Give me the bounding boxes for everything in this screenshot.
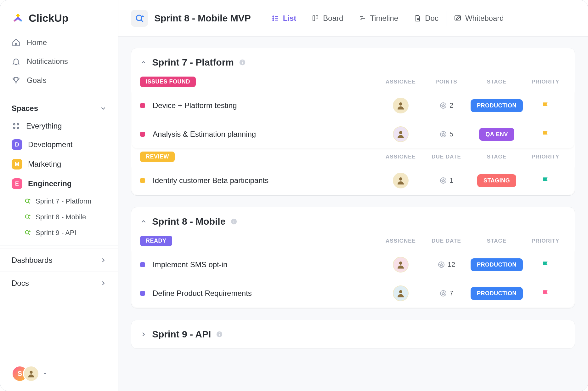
- svg-point-37: [399, 290, 402, 293]
- chevron-right-icon: [100, 280, 107, 287]
- assignee-avatar[interactable]: [393, 98, 409, 113]
- task-row[interactable]: Identify customer Beta participants1STAG…: [132, 166, 574, 195]
- priority-flag[interactable]: [525, 130, 566, 138]
- svg-point-28: [399, 131, 402, 134]
- timeline-icon: [359, 14, 366, 22]
- points-value[interactable]: 2: [439, 101, 453, 110]
- spaces-header[interactable]: Spaces: [0, 96, 118, 117]
- svg-point-0: [14, 124, 15, 125]
- priority-flag[interactable]: [525, 261, 566, 269]
- task-title: Identify customer Beta participants: [153, 176, 377, 185]
- svg-point-3: [17, 127, 19, 129]
- assignee-avatar[interactable]: [393, 257, 409, 273]
- space-label: Marketing: [28, 160, 61, 169]
- sprint-icon: [24, 214, 31, 221]
- task-status-dot: [140, 178, 145, 183]
- space-label: Engineering: [28, 179, 72, 188]
- sprint-nav-label: Sprint 8 - Mobile: [36, 213, 86, 221]
- space-item-development[interactable]: DDevelopment: [0, 135, 118, 154]
- stage-badge[interactable]: PRODUCTION: [471, 287, 523, 300]
- view-tab-doc[interactable]: Doc: [406, 11, 446, 26]
- priority-flag[interactable]: [525, 101, 566, 110]
- view-tab-board[interactable]: Board: [304, 11, 351, 26]
- view-tab-list[interactable]: List: [264, 11, 304, 26]
- page-title: Sprint 8 - Mobile MVP: [154, 13, 251, 24]
- task-row[interactable]: Analysis & Estimation planning5QA ENV: [132, 120, 574, 148]
- assignee-avatar[interactable]: [393, 285, 409, 301]
- view-tab-list-label: List: [283, 14, 297, 23]
- chevron-up-icon[interactable]: [140, 218, 147, 225]
- flag-icon: [541, 176, 550, 185]
- task-status-dot: [140, 291, 145, 296]
- space-everything[interactable]: Everything: [0, 117, 118, 135]
- view-tab-whiteboard[interactable]: Whiteboard: [446, 11, 512, 26]
- col-priority: PRIORITY: [525, 79, 566, 85]
- col-second: POINTS: [424, 79, 468, 85]
- stage-badge[interactable]: PRODUCTION: [471, 258, 523, 271]
- space-item-engineering[interactable]: EEngineering: [0, 174, 118, 193]
- col-stage: STAGE: [468, 154, 525, 160]
- svg-point-9: [273, 16, 274, 17]
- view-tab-timeline[interactable]: Timeline: [351, 11, 406, 26]
- space-badge: M: [12, 159, 22, 170]
- svg-rect-15: [313, 16, 315, 21]
- nav-home-label: Home: [27, 38, 47, 47]
- stage-badge[interactable]: STAGING: [477, 174, 516, 187]
- info-icon[interactable]: [230, 218, 237, 225]
- space-item-marketing[interactable]: MMarketing: [0, 154, 118, 174]
- assignee-avatar[interactable]: [393, 173, 409, 188]
- sprint-title: Sprint 7 - Platform: [152, 57, 234, 68]
- chevron-right-icon[interactable]: [140, 331, 147, 338]
- chevron-right-icon: [100, 257, 107, 264]
- chevron-up-icon[interactable]: [140, 59, 147, 66]
- view-tab-board-label: Board: [323, 14, 343, 23]
- bell-icon: [12, 57, 20, 66]
- svg-point-41: [219, 332, 220, 333]
- sprint-card-collapsed[interactable]: Sprint 9 - API: [131, 320, 575, 349]
- sidebar-dashboards[interactable]: Dashboards: [0, 249, 118, 272]
- space-everything-label: Everything: [26, 122, 62, 130]
- col-stage: STAGE: [468, 79, 525, 85]
- sprint-nav-item[interactable]: Sprint 9 - API: [24, 225, 118, 241]
- nav-notifications[interactable]: Notifications: [9, 52, 109, 71]
- sidebar-docs-label: Docs: [12, 279, 29, 288]
- status-pill[interactable]: READY: [140, 236, 172, 246]
- sprint-icon-box[interactable]: [131, 10, 148, 27]
- sidebar-docs[interactable]: Docs: [0, 272, 118, 295]
- brand-logo[interactable]: ClickUp: [0, 0, 118, 33]
- priority-flag[interactable]: [525, 289, 566, 297]
- user-menu[interactable]: S: [0, 357, 118, 391]
- info-icon[interactable]: [239, 59, 246, 66]
- svg-point-8: [136, 15, 142, 21]
- svg-point-13: [273, 20, 274, 21]
- task-row[interactable]: Define Product Requirements7PRODUCTION: [132, 279, 574, 308]
- task-row[interactable]: Device + Platform testing2PRODUCTION: [132, 91, 574, 120]
- caret-down-icon: [42, 371, 48, 376]
- sprint-nav-label: Sprint 9 - API: [36, 229, 76, 237]
- svg-rect-24: [242, 62, 243, 64]
- points-value[interactable]: 7: [439, 289, 453, 297]
- info-icon[interactable]: [216, 331, 223, 338]
- sprint-nav-item[interactable]: Sprint 8 - Mobile: [24, 209, 118, 225]
- nav-goals[interactable]: Goals: [9, 71, 109, 90]
- svg-point-7: [30, 371, 32, 374]
- group-header: ISSUES FOUNDASSIGNEEPOINTSSTAGEPRIORITY: [131, 74, 575, 91]
- task-row[interactable]: Implement SMS opt-in12PRODUCTION: [132, 250, 574, 279]
- col-assignee: ASSIGNEE: [377, 154, 424, 160]
- points-value[interactable]: 1: [439, 176, 453, 185]
- svg-point-2: [14, 127, 15, 129]
- flag-icon: [541, 289, 550, 297]
- assignee-avatar[interactable]: [393, 126, 409, 142]
- status-pill[interactable]: REVIEW: [140, 152, 175, 162]
- stage-badge[interactable]: QA ENV: [479, 128, 514, 141]
- points-value[interactable]: 5: [439, 130, 453, 138]
- nav-home[interactable]: Home: [9, 33, 109, 52]
- task-status-dot: [140, 103, 145, 108]
- sprint-nav-item[interactable]: Sprint 7 - Platform: [24, 193, 118, 209]
- points-value[interactable]: 12: [438, 261, 455, 269]
- group-header: READYASSIGNEEDUE DATESTAGEPRIORITY: [131, 233, 575, 250]
- sprint-title: Sprint 9 - API: [152, 329, 211, 340]
- status-pill[interactable]: ISSUES FOUND: [140, 77, 196, 87]
- priority-flag[interactable]: [525, 176, 566, 185]
- stage-badge[interactable]: PRODUCTION: [471, 99, 523, 112]
